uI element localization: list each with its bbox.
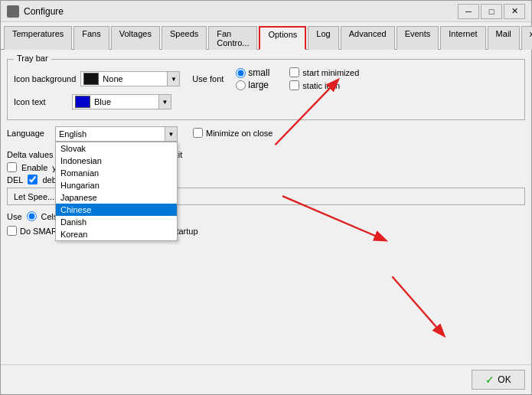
use-font-section: small large (236, 67, 269, 90)
title-bar-left: Configure (7, 5, 64, 18)
use-label: Use (7, 212, 22, 221)
icon-background-dropdown[interactable]: None ▼ (80, 71, 180, 87)
icon-text-label: Icon text (14, 97, 67, 106)
tray-bar-label: Tray bar (14, 54, 51, 63)
language-section: Language English ▼ Slovak Indonesian Rom… (7, 126, 178, 142)
tab-fans[interactable]: Fans (73, 26, 109, 50)
icon-text-dropdown[interactable]: Blue ▼ (72, 94, 171, 109)
lang-item-danish[interactable]: Danish (56, 216, 177, 228)
large-label: large (248, 80, 269, 90)
lang-item-chinese[interactable]: Chinese (56, 204, 177, 216)
let-speed-label: Let Spee... (14, 192, 54, 201)
language-dropdown-arrow[interactable]: ▼ (165, 127, 177, 141)
icon-text-row: Icon text Blue ▼ (14, 94, 518, 109)
icon-text-color-swatch (75, 96, 90, 108)
checkmark-icon: ✓ (485, 374, 494, 386)
static-icon-row: static icon (289, 80, 359, 90)
small-radio-row: small (236, 67, 269, 78)
icon-text-arrow[interactable]: ▼ (158, 95, 171, 109)
language-label: Language (7, 126, 49, 138)
start-minimized-checkbox[interactable] (289, 67, 299, 77)
options-content: Tray bar Icon background None ▼ Use font… (1, 50, 531, 364)
small-label: small (248, 67, 269, 78)
tab-events[interactable]: Events (397, 26, 439, 50)
tab-speeds[interactable]: Speeds (162, 26, 207, 50)
celsius-radio[interactable] (27, 211, 37, 221)
close-window-button[interactable]: ✕ (504, 4, 525, 19)
static-icon-label: static icon (302, 81, 340, 90)
tab-fan-control[interactable]: Fan Contro... (208, 26, 257, 50)
svg-line-2 (392, 276, 443, 335)
smart-checkbox[interactable] (7, 226, 17, 236)
static-icon-checkbox[interactable] (289, 80, 299, 90)
small-radio[interactable] (236, 68, 246, 78)
lang-item-hungarian[interactable]: Hungarian (56, 179, 177, 191)
icon-text-value: Blue (93, 97, 158, 106)
minimize-on-close-row: Minimize on close (193, 128, 273, 138)
minimize-on-close-checkbox[interactable] (193, 128, 203, 138)
maximize-window-button[interactable]: □ (481, 4, 502, 19)
tab-bar: Temperatures Fans Voltages Speeds Fan Co… (1, 22, 531, 50)
icon-background-label: Icon background (14, 74, 76, 83)
bottom-bar: ✓ OK (1, 364, 531, 394)
del-label: DEL (7, 175, 23, 184)
tab-log[interactable]: Log (308, 26, 338, 50)
ok-button[interactable]: ✓ OK (472, 370, 525, 390)
ok-label: OK (498, 374, 511, 385)
lang-item-romanian[interactable]: Romanian (56, 167, 177, 179)
lang-item-japanese[interactable]: Japanese (56, 191, 177, 204)
icon-background-arrow[interactable]: ▼ (167, 72, 179, 86)
tab-options[interactable]: Options (259, 26, 306, 50)
start-static-section: start minimized static icon (289, 67, 359, 90)
language-current: English (56, 129, 165, 139)
language-dropdown-list[interactable]: Slovak Indonesian Romanian Hungarian Jap… (55, 142, 178, 241)
start-minimized-label: start minimized (302, 68, 359, 77)
tab-temperatures[interactable]: Temperatures (4, 26, 72, 50)
minimize-on-close-section: Minimize on close (193, 128, 273, 142)
icon-background-color-swatch (83, 73, 99, 85)
icon-background-row: Icon background None ▼ Use font small la… (14, 67, 518, 90)
minimize-on-close-label: Minimize on close (206, 129, 273, 138)
large-radio-row: large (236, 80, 269, 90)
language-dropdown[interactable]: English ▼ (55, 126, 178, 142)
lang-item-indonesian[interactable]: Indonesian (56, 155, 177, 167)
minimize-window-button[interactable]: ─ (458, 4, 479, 19)
tab-voltages[interactable]: Voltages (111, 26, 160, 50)
enable-checkbox[interactable] (7, 162, 17, 172)
title-buttons: ─ □ ✕ (458, 4, 525, 19)
delta-values-label: Delta values (7, 150, 54, 159)
app-icon (7, 5, 19, 18)
tab-mail[interactable]: Mail (488, 26, 520, 50)
configure-window: Configure ─ □ ✕ Temperatures Fans Voltag… (0, 0, 532, 395)
icon-background-value: None (101, 74, 167, 83)
debug-checkbox[interactable] (28, 175, 38, 184)
tab-xap[interactable]: xAP (521, 26, 532, 50)
use-font-label: Use font (192, 74, 224, 83)
language-dropdown-container: English ▼ Slovak Indonesian Romanian Hun… (55, 126, 178, 142)
tab-advanced[interactable]: Advanced (341, 26, 395, 50)
enable-label: Enable (21, 163, 47, 172)
start-minimized-row: start minimized (289, 67, 359, 77)
window-title: Configure (24, 6, 64, 17)
tab-internet[interactable]: Internet (440, 26, 485, 50)
language-section-container: Language English ▼ Slovak Indonesian Rom… (7, 126, 525, 146)
large-radio[interactable] (236, 80, 246, 90)
tray-bar-group: Tray bar Icon background None ▼ Use font… (7, 59, 525, 120)
lang-item-korean[interactable]: Korean (56, 228, 177, 240)
title-bar: Configure ─ □ ✕ (1, 1, 531, 22)
lang-item-slovak[interactable]: Slovak (56, 142, 177, 155)
